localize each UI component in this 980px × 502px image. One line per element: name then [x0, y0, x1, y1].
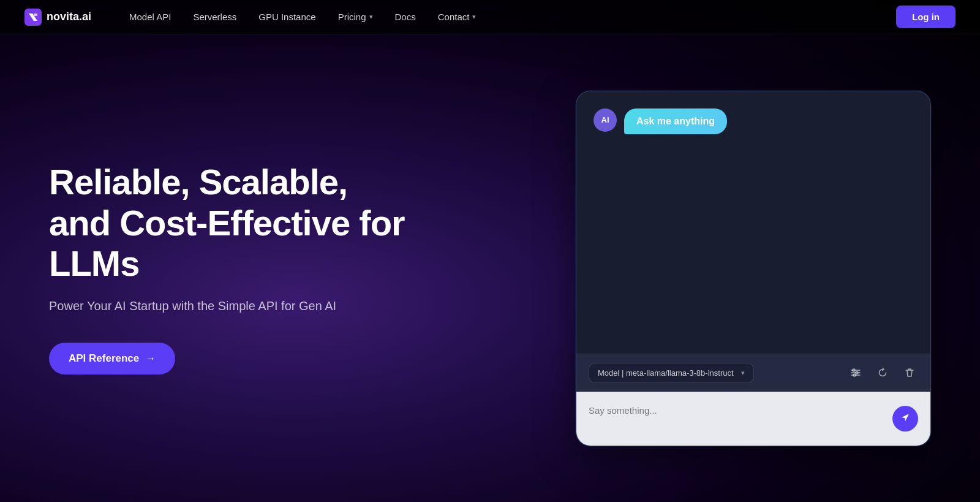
navbar: novita.ai Model API Serverless GPU Insta…	[0, 0, 980, 34]
model-selector[interactable]: Model | meta-llama/llama-3-8b-instruct ▾	[589, 363, 754, 383]
settings-icon[interactable]	[847, 364, 864, 381]
nav-docs[interactable]: Docs	[386, 8, 424, 26]
refresh-icon[interactable]	[874, 364, 891, 381]
api-reference-button[interactable]: API Reference →	[49, 343, 175, 375]
nav-model-api[interactable]: Model API	[121, 8, 179, 26]
api-ref-arrow-icon: →	[145, 352, 156, 365]
hero-title: Reliable, Scalable, and Cost-Effective f…	[49, 162, 417, 284]
nav-right: Log in	[896, 6, 956, 28]
nav-serverless[interactable]: Serverless	[184, 8, 245, 26]
hero-section: Reliable, Scalable, and Cost-Effective f…	[0, 34, 980, 502]
nav-contact[interactable]: Contact ▾	[429, 8, 485, 26]
brand-name: novita.ai	[47, 10, 91, 23]
send-icon	[900, 412, 911, 425]
delete-icon[interactable]	[901, 364, 918, 381]
brand-logo[interactable]: novita.ai	[24, 9, 91, 26]
chat-message-row: AI Ask me anything	[594, 108, 913, 134]
chat-messages-area: AI Ask me anything	[576, 91, 930, 354]
nav-pricing[interactable]: Pricing ▾	[330, 8, 382, 26]
chat-widget: AI Ask me anything Model | meta-llama/ll…	[576, 91, 931, 446]
api-ref-label: API Reference	[69, 352, 139, 365]
chat-toolbar-icons	[847, 364, 918, 381]
logo-icon	[24, 9, 42, 26]
model-chevron-icon: ▾	[741, 369, 745, 377]
chat-bottom-bar: Model | meta-llama/llama-3-8b-instruct ▾	[576, 354, 930, 392]
chat-input-area	[576, 392, 930, 446]
pricing-chevron-icon: ▾	[369, 13, 373, 21]
send-button[interactable]	[892, 406, 918, 432]
nav-gpu-instance[interactable]: GPU Instance	[250, 8, 324, 26]
hero-subtitle: Power Your AI Startup with the Simple AP…	[49, 299, 417, 313]
ai-avatar: AI	[594, 108, 617, 132]
hero-left: Reliable, Scalable, and Cost-Effective f…	[49, 162, 417, 375]
chat-bubble: Ask me anything	[624, 108, 727, 134]
chat-input[interactable]	[589, 401, 885, 436]
model-selector-label: Model | meta-llama/llama-3-8b-instruct	[598, 368, 734, 378]
login-button[interactable]: Log in	[896, 6, 956, 28]
nav-links: Model API Serverless GPU Instance Pricin…	[121, 8, 896, 26]
contact-chevron-icon: ▾	[472, 13, 476, 21]
